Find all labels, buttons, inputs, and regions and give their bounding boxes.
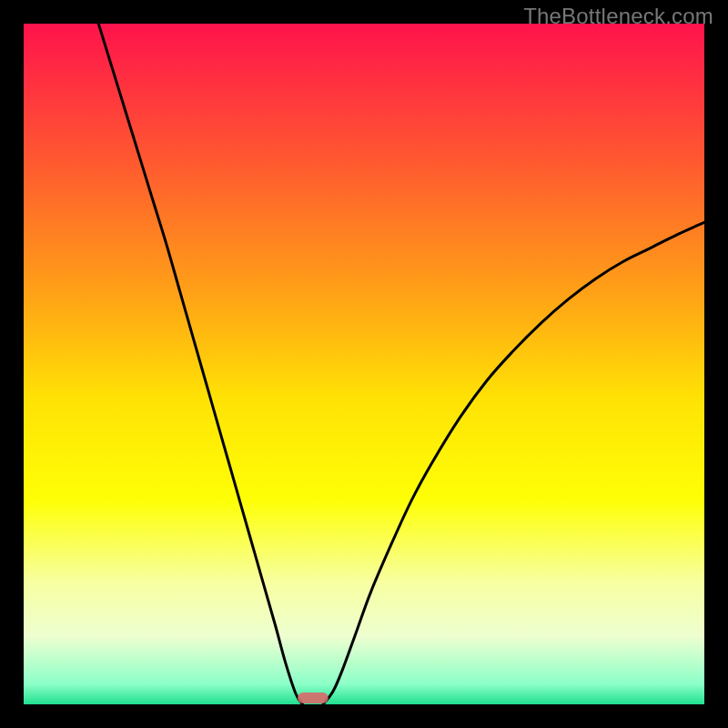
chart-background	[24, 24, 704, 704]
chart-marker	[298, 693, 329, 703]
plot-area	[24, 24, 704, 704]
watermark-label: TheBottleneck.com	[523, 4, 713, 29]
bottleneck-marker	[298, 693, 329, 703]
chart-svg	[24, 24, 704, 704]
chart-frame: TheBottleneck.com	[0, 0, 728, 728]
